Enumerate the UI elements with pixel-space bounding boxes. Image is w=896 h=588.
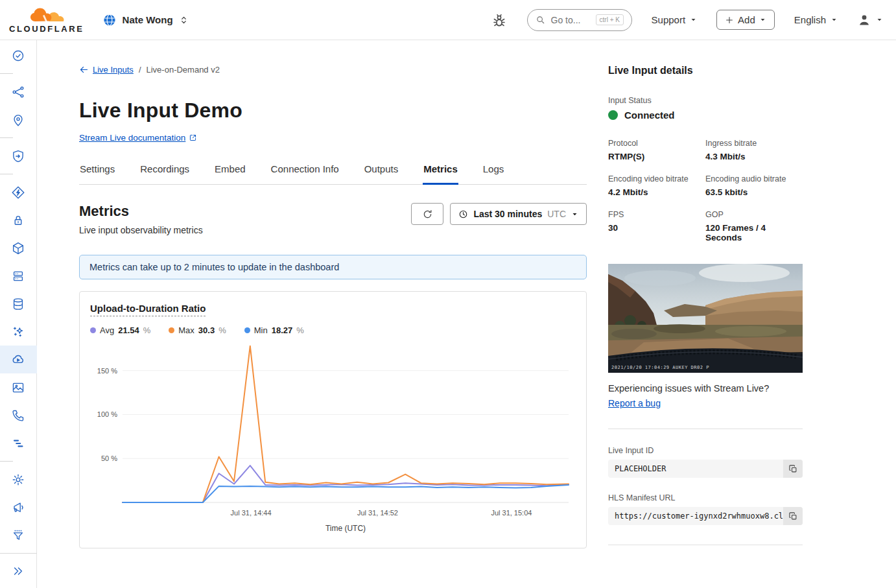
stat-fps: FPS30 [608,210,705,242]
tab-connection-info[interactable]: Connection Info [270,163,340,185]
chart-card: Upload-to-Duration Ratio Avg21.54%Max30.… [79,291,587,548]
page-title: Live Input Demo [79,99,587,123]
breadcrumb-separator: / [139,65,141,75]
sidebar-item-settings-gear[interactable] [0,465,37,493]
support-menu[interactable]: Support [652,14,698,25]
arrow-left-icon [79,65,89,75]
sidebar-item-database[interactable] [0,290,37,318]
sidebar-item-calls-phone[interactable] [0,401,37,429]
tab-logs[interactable]: Logs [482,163,505,185]
settings-gear-icon [11,473,25,487]
bug-icon[interactable] [491,12,508,29]
stat-value: 30 [608,223,705,233]
sidebar-item-ssl-lock[interactable] [0,206,37,234]
copy-hls-url-button[interactable] [783,507,803,525]
chevron-down-icon [831,16,838,23]
live-input-details-panel: Live Input details Input Status Connecte… [608,65,803,588]
stat-gop: GOP120 Frames / 4 Seconds [705,210,803,242]
stat-protocol: ProtocolRTMP(S) [608,139,705,161]
tab-settings[interactable]: Settings [79,163,115,185]
sidebar-divider [0,174,13,174]
sidebar-item-stream-cloud-play[interactable] [0,346,37,373]
stat-value: 4.2 Mbit/s [608,187,705,197]
breadcrumb-back-link[interactable]: Live Inputs [79,65,134,75]
divider [608,429,803,429]
language-menu[interactable]: English [794,14,838,25]
network-icon [11,85,25,99]
topbar: CLOUDFLARE Nate Wong [0,0,896,40]
zaraz-bars-icon [11,436,25,451]
announce-megaphone-icon [11,500,25,515]
plus-icon [725,16,734,25]
svg-text:Jul 31, 14:44: Jul 31, 14:44 [231,509,272,517]
legend-avg: Avg21.54% [90,325,150,335]
cloudflare-cloud-icon [29,6,65,25]
info-banner: Metrics can take up to 2 minutes to upda… [79,255,587,279]
svg-text:Jul 31, 14:52: Jul 31, 14:52 [357,509,398,517]
legend-min: Min18.27% [244,325,304,335]
ai-sparkles-icon [11,325,25,339]
sidebar-item-network[interactable] [0,78,37,106]
global-search[interactable]: ctrl + K [527,9,632,31]
sidebar-item-announce-megaphone[interactable] [0,493,37,521]
chevron-down-icon [690,16,697,23]
tab-embed[interactable]: Embed [214,163,246,185]
sidebar-item-time-travel[interactable] [0,41,37,69]
legend-max: Max30.3% [169,325,226,335]
sidebar-item-funnel-filter[interactable] [0,521,37,549]
live-input-id-value: PLACEHOLDER [608,460,783,478]
tab-metrics[interactable]: Metrics [423,163,458,185]
sidebar-item-security-shield[interactable] [0,142,37,170]
dashcam-scene [608,264,803,373]
report-bug-link[interactable]: Report a bug [608,398,661,408]
sidebar-divider [0,73,13,74]
chart-legend: Avg21.54%Max30.3%Min18.27% [90,325,576,335]
breadcrumb-current: Live-on-Demand v2 [147,65,220,75]
images-icon [11,381,25,395]
legend-value: 30.3 [198,325,215,335]
input-status-label: Input Status [608,96,803,105]
copy-live-input-id-button[interactable] [783,460,803,478]
refresh-icon [422,209,433,220]
add-button[interactable]: Add [716,10,775,30]
sidebar-item-workers-cube[interactable] [0,234,37,262]
legend-dot [244,327,250,333]
account-switcher[interactable]: Nate Wong [102,13,189,27]
svg-text:150 %: 150 % [97,367,117,375]
tab-bar: SettingsRecordingsEmbedConnection InfoOu… [79,163,587,185]
time-travel-icon [11,49,25,63]
sidebar-item-ai-sparkles[interactable] [0,318,37,346]
sidebar-item-speed-zap[interactable] [0,178,37,206]
svg-text:100 %: 100 % [97,410,117,418]
refresh-button[interactable] [411,203,443,225]
sidebar-item-zaraz-bars[interactable] [0,429,37,457]
time-range-dropdown[interactable]: Last 30 minutes UTC [450,203,587,225]
sidebar-item-storage-server[interactable] [0,262,37,290]
legend-dot [90,327,96,333]
legend-name: Avg [100,325,114,335]
funnel-filter-icon [11,528,25,543]
clock-icon [458,209,468,219]
sidebar-collapse-toggle[interactable] [0,553,37,588]
svg-text:Time (UTC): Time (UTC) [325,524,366,533]
stat-encoding-video-bitrate: Encoding video bitrate4.2 Mbit/s [608,174,705,197]
security-shield-icon [11,149,25,163]
account-name: Nate Wong [123,14,173,25]
stream-cloud-play-icon [11,353,25,367]
search-input[interactable] [550,14,591,26]
divider [608,545,803,545]
legend-value: 21.54 [118,325,139,335]
live-input-id-label: Live Input ID [608,446,803,455]
tab-recordings[interactable]: Recordings [139,163,190,185]
sidebar-item-images[interactable] [0,373,37,401]
tab-outputs[interactable]: Outputs [364,163,399,185]
issues-text: Experiencing issues with Stream Live? [608,383,803,394]
cloudflare-logo[interactable]: CLOUDFLARE [9,6,84,34]
time-zone-label: UTC [547,209,566,219]
stat-label: GOP [705,210,803,219]
sidebar-item-location-pin[interactable] [0,106,37,134]
user-menu[interactable] [857,13,883,27]
stream-docs-link[interactable]: Stream Live documentation [79,133,197,143]
calls-phone-icon [11,408,25,423]
hls-manifest-url-value: https://customer-igynxd2rwhmuoxw8.cloudf [608,507,783,525]
